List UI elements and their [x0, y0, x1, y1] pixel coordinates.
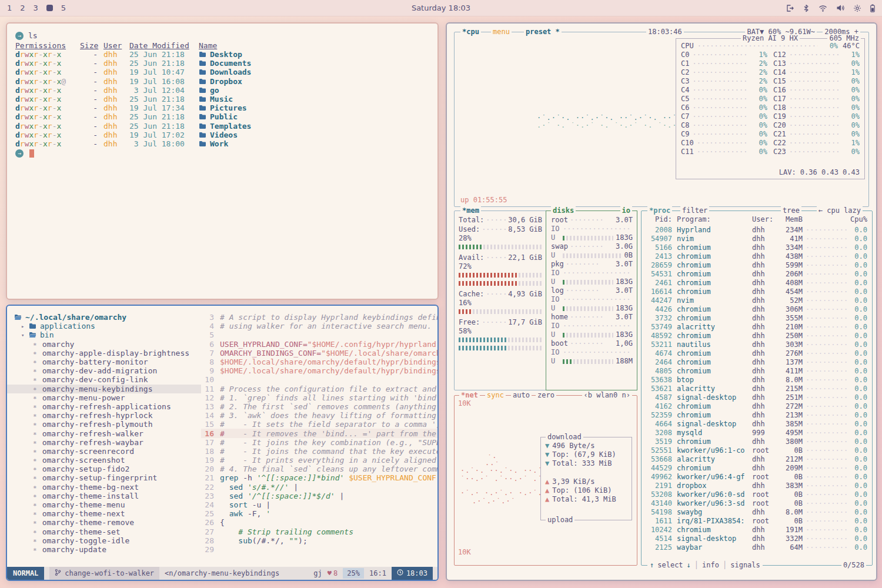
sort-selector[interactable]: ← cpu lazy: [817, 206, 863, 215]
tree-toggle[interactable]: tree: [781, 206, 801, 215]
tree-dir-bin[interactable]: ▾bin: [7, 330, 201, 339]
process-row[interactable]: 53668alacrittydhh212M············0.0: [642, 455, 872, 464]
process-row[interactable]: 3208mysqld999495M············0.0: [642, 429, 872, 437]
battery-icon[interactable]: [870, 4, 875, 12]
process-row[interactable]: 4587signal-desktopdhh251M············0.0: [642, 393, 872, 402]
tree-item-omarchy-refresh-hyprlock[interactable]: ∗omarchy-refresh-hyprlock: [7, 411, 201, 420]
net-zero-button[interactable]: zero: [536, 391, 556, 400]
tree-item-omarchy-screenshot[interactable]: ∗omarchy-screenshot: [7, 456, 201, 465]
settings-icon[interactable]: [853, 4, 861, 12]
tree-item-omarchy-theme-bg-next[interactable]: ∗omarchy-theme-bg-next: [7, 483, 201, 492]
process-row[interactable]: 1611irq/81-PIXA3854:root0B············0.…: [642, 517, 872, 526]
process-row[interactable]: 43140kworker/u96:3-sdroot0B············0…: [642, 499, 872, 508]
process-row[interactable]: 53208kworker/u96:0-sdroot0B············0…: [642, 490, 872, 499]
header-user[interactable]: User:: [752, 215, 778, 224]
net-sync-button[interactable]: sync: [485, 391, 506, 400]
logout-icon[interactable]: [786, 4, 794, 12]
process-row[interactable]: 53749alacrittydhh210M············0.0: [642, 323, 872, 332]
tree-dir-applications[interactable]: ▸applications: [7, 322, 201, 330]
process-row[interactable]: 53638btopdhh8.0M············0.0: [642, 376, 872, 385]
tree-item-omarchy-theme-set[interactable]: ∗omarchy-theme-set: [7, 527, 201, 536]
header-program[interactable]: Program:: [677, 215, 752, 224]
process-row[interactable]: 2008Hyprlanddhh234M············0.0: [642, 226, 872, 235]
workspace-3[interactable]: 3: [34, 4, 38, 12]
process-row[interactable]: 52551kworker/u96:1-coroot0B············0…: [642, 446, 872, 455]
process-row[interactable]: 3519chromiumdhh380M············0.0: [642, 437, 872, 446]
process-row[interactable]: 53211nautilusdhh303M············0.0: [642, 340, 872, 349]
select-up-icon[interactable]: ↑: [650, 561, 654, 570]
tree-item-omarchy-theme-next[interactable]: ∗omarchy-theme-next: [7, 509, 201, 518]
editor-window[interactable]: ~/.local/share/omarchy▸applications▾bin∗…: [6, 305, 439, 581]
tree-item-omarchy-apple-display-brightness[interactable]: ∗omarchy-apple-display-brightness: [7, 349, 201, 358]
process-row[interactable]: 2125waybardhh64M············0.0: [642, 543, 872, 552]
tree-item-omarchy[interactable]: ∗omarchy: [7, 340, 201, 349]
system-monitor-window[interactable]: *cpu menu preset * 18:03:46 BAT▼ 60% ~9.…: [446, 22, 877, 581]
process-row[interactable]: 49962kworker/u96:4-gfroot0B············0…: [642, 473, 872, 482]
net-auto-button[interactable]: auto: [511, 391, 532, 400]
process-row[interactable]: 54531chromiumdhh206M············0.0: [642, 270, 872, 279]
preset-button[interactable]: preset *: [524, 28, 562, 36]
process-row[interactable]: 4162chromiumdhh272M············0.0: [642, 402, 872, 411]
tree-item-omarchy-toggle-idle[interactable]: ∗omarchy-toggle-idle: [7, 536, 201, 545]
tree-item-omarchy-menu-keybindings[interactable]: ∗omarchy-menu-keybindings: [7, 385, 201, 393]
prompt-line-empty[interactable]: →: [15, 148, 429, 158]
process-row[interactable]: 4426chromiumdhh306M············0.0: [642, 305, 872, 314]
process-row[interactable]: 2464chromiumdhh137M············0.0: [642, 358, 872, 367]
process-row[interactable]: 16614chromiumdhh454M············0.0: [642, 288, 872, 296]
tree-item-omarchy-theme-remove[interactable]: ∗omarchy-theme-remove: [7, 518, 201, 527]
io-label[interactable]: io: [620, 206, 632, 215]
code-editor[interactable]: 3# A script to display Hyprland keybindi…: [201, 306, 437, 567]
tree-item-omarchy-update[interactable]: ∗omarchy-update: [7, 545, 201, 554]
info-button[interactable]: info: [702, 561, 719, 570]
filter-button[interactable]: filter: [680, 206, 709, 215]
select-button[interactable]: select: [657, 561, 683, 570]
process-row[interactable]: 4514signal-desktopdhh332M············0.0: [642, 534, 872, 543]
workspace-4-active[interactable]: [46, 5, 53, 11]
workspace-1[interactable]: 1: [7, 4, 12, 12]
volume-icon[interactable]: [836, 4, 844, 12]
process-row[interactable]: 54198swaybgdhh8.0M············0.0: [642, 508, 872, 517]
process-row[interactable]: 28659chromiumdhh599M············0.0: [642, 261, 872, 270]
tree-item-omarchy-refresh-applications[interactable]: ∗omarchy-refresh-applications: [7, 402, 201, 411]
process-row[interactable]: 2461chromiumdhh408M············0.0: [642, 279, 872, 288]
process-row[interactable]: 54907nvimdhh41M············0.0: [642, 235, 872, 243]
menu-button[interactable]: menu: [491, 28, 512, 36]
workspace-2[interactable]: 2: [20, 4, 25, 12]
tree-item-omarchy-theme-install[interactable]: ∗omarchy-theme-install: [7, 492, 201, 500]
header-cpu[interactable]: Cpu%: [850, 215, 867, 224]
tree-item-omarchy-menu-power[interactable]: ∗omarchy-menu-power: [7, 393, 201, 402]
process-row[interactable]: 10242chromiumdhh191M············0.0: [642, 526, 872, 534]
process-row[interactable]: 48592chromiumdhh250M············0.0: [642, 332, 872, 340]
tree-root[interactable]: ~/.local/share/omarchy: [7, 313, 201, 322]
process-row[interactable]: 5166chromiumdhh334M············0.0: [642, 243, 872, 252]
process-row[interactable]: 44529chromiumdhh209M············0.0: [642, 464, 872, 473]
header-pid[interactable]: Pid:: [646, 215, 672, 224]
process-row[interactable]: 44247nvimdhh52M············0.0: [642, 296, 872, 305]
terminal-window[interactable]: → ls PermissionsSizeUserDate ModifiedNam…: [6, 22, 439, 300]
process-row[interactable]: 53621alacrittydhh215M············0.0: [642, 385, 872, 393]
tree-item-omarchy-dev-add-migration[interactable]: ∗omarchy-dev-add-migration: [7, 366, 201, 375]
tree-item-omarchy-battery-monitor[interactable]: ∗omarchy-battery-monitor: [7, 358, 201, 366]
tree-item-omarchy-refresh-plymouth[interactable]: ∗omarchy-refresh-plymouth: [7, 420, 201, 429]
tree-item-omarchy-setup-fingerprint[interactable]: ∗omarchy-setup-fingerprint: [7, 473, 201, 482]
tree-item-omarchy-refresh-waybar[interactable]: ∗omarchy-refresh-waybar: [7, 438, 201, 447]
tree-item-omarchy-screenrecord[interactable]: ∗omarchy-screenrecord: [7, 447, 201, 456]
tree-item-omarchy-dev-config-link[interactable]: ∗omarchy-dev-config-link: [7, 375, 201, 384]
process-row[interactable]: 2191dropboxdhh383M············0.0: [642, 482, 872, 490]
header-mem[interactable]: MemB: [778, 215, 803, 224]
process-row[interactable]: 52359chromiumdhh213M············0.0: [642, 411, 872, 420]
select-down-icon[interactable]: ↓: [687, 561, 691, 570]
process-row[interactable]: 4664signal-desktopdhh385M············0.0: [642, 420, 872, 429]
signals-button[interactable]: signals: [730, 561, 760, 570]
net-interface[interactable]: ‹b wlan0 n›: [582, 391, 632, 400]
tree-item-omarchy-setup-fido2[interactable]: ∗omarchy-setup-fido2: [7, 465, 201, 473]
wifi-icon[interactable]: [818, 5, 827, 12]
process-row[interactable]: 3732chromiumdhh355M············0.0: [642, 314, 872, 323]
tree-item-omarchy-refresh-walker[interactable]: ∗omarchy-refresh-walker: [7, 429, 201, 437]
process-row[interactable]: 4805chromiumdhh411M············0.0: [642, 367, 872, 376]
tree-item-omarchy-theme-menu[interactable]: ∗omarchy-theme-menu: [7, 500, 201, 509]
process-row[interactable]: 2413chromiumdhh438M············0.0: [642, 252, 872, 261]
bluetooth-icon[interactable]: [803, 4, 810, 12]
process-row[interactable]: 4674chromiumdhh276M············0.0: [642, 349, 872, 358]
workspace-5[interactable]: 5: [61, 4, 66, 12]
